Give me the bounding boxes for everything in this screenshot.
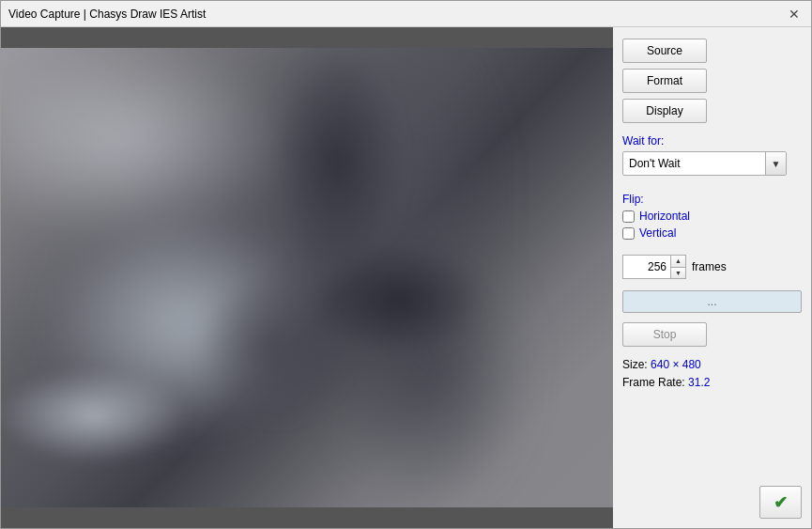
main-content: Source Format Display Wait for: Don't Wa… — [1, 27, 811, 528]
frames-up-button[interactable]: ▲ — [671, 256, 685, 268]
horizontal-checkbox[interactable] — [622, 210, 635, 223]
flip-section: Flip: Horizontal Vertical — [622, 187, 802, 243]
wait-for-label: Wait for: — [622, 134, 802, 148]
size-label: Size: — [622, 358, 648, 371]
dropdown-arrow-icon[interactable]: ▼ — [765, 152, 786, 175]
vertical-checkbox[interactable] — [622, 227, 635, 240]
frames-spinner: ▲ ▼ — [670, 256, 685, 278]
framerate-label: Frame Rate: — [622, 376, 685, 389]
wait-for-dropdown[interactable]: Don't Wait ▼ — [622, 151, 787, 176]
horizontal-row: Horizontal — [622, 210, 802, 223]
framerate-row: Frame Rate: 31.2 — [622, 374, 802, 392]
framerate-value: 31.2 — [688, 376, 710, 389]
format-button[interactable]: Format — [622, 69, 707, 93]
wait-for-value: Don't Wait — [623, 152, 765, 175]
size-info: Size: 640 × 480 Frame Rate: 31.2 — [622, 356, 802, 392]
video-canvas — [1, 48, 613, 507]
display-button[interactable]: Display — [622, 99, 707, 123]
ok-button[interactable]: ✔ — [759, 486, 802, 519]
flip-label: Flip: — [622, 193, 802, 206]
stop-button[interactable]: Stop — [622, 322, 707, 347]
video-bottom-bar — [1, 507, 613, 528]
ok-area: ✔ — [759, 486, 802, 519]
check-icon: ✔ — [774, 492, 788, 513]
right-panel: Source Format Display Wait for: Don't Wa… — [613, 27, 811, 528]
video-area — [1, 27, 613, 528]
size-row: Size: 640 × 480 — [622, 356, 802, 374]
close-button[interactable]: ✕ — [785, 5, 804, 23]
window-title: Video Capture | Chasys Draw IES Artist — [8, 8, 206, 21]
size-value: 640 × 480 — [651, 358, 701, 371]
source-button[interactable]: Source — [622, 39, 707, 63]
title-bar: Video Capture | Chasys Draw IES Artist ✕ — [1, 1, 811, 27]
frames-row: ▲ ▼ frames — [622, 255, 802, 279]
filepath-text: ... — [707, 295, 716, 308]
video-top-bar — [1, 27, 613, 48]
horizontal-label[interactable]: Horizontal — [639, 210, 690, 223]
frames-input-container: ▲ ▼ — [622, 255, 686, 279]
vertical-row: Vertical — [622, 226, 802, 240]
frames-input[interactable] — [623, 256, 670, 278]
frames-label: frames — [692, 260, 727, 273]
frames-down-button[interactable]: ▼ — [671, 268, 685, 279]
filepath-bar[interactable]: ... — [622, 290, 802, 313]
vertical-label[interactable]: Vertical — [639, 226, 676, 240]
main-window: Video Capture | Chasys Draw IES Artist ✕… — [0, 0, 812, 529]
